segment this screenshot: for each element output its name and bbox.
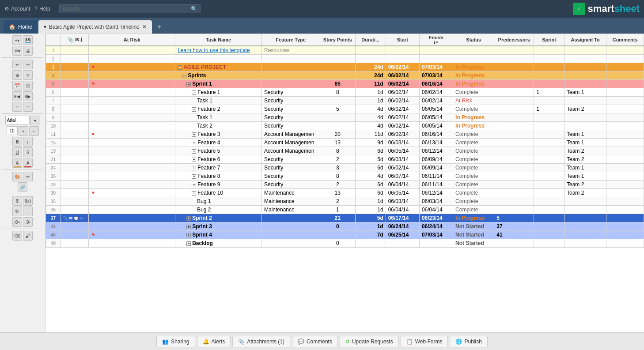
card-btn[interactable]: ⊟	[23, 81, 33, 90]
table-row[interactable]: 19+Feature 5Account Managemen86d06/05/14…	[46, 147, 644, 155]
row-task-name[interactable]: −Sprints	[175, 72, 262, 80]
save-btn[interactable]: 💾	[23, 35, 33, 45]
row-task-name[interactable]: −Feature 2	[175, 105, 262, 113]
table-row[interactable]: 35Bug 1Maintenance21d06/03/1406/03/14Com…	[46, 197, 644, 206]
currency-btn[interactable]: $	[12, 196, 22, 206]
table-row[interactable]: 5⚑−Sprint 18511d06/02/1406/16/14In Progr…	[46, 80, 644, 88]
search-input[interactable]	[62, 6, 191, 12]
collapse-icon[interactable]: −	[178, 65, 182, 70]
highlight-btn[interactable]: ✏	[23, 172, 33, 181]
table-row[interactable]: 15+Feature 4Account Managemen139d06/03/1…	[46, 139, 644, 147]
redo-btn[interactable]: ↪	[23, 60, 33, 69]
col-header-task[interactable]: Task Name	[175, 34, 262, 46]
font-size-field[interactable]: 10	[7, 126, 18, 135]
table-row[interactable]: 2	[46, 55, 644, 63]
row-task-name[interactable]: +Feature 8	[175, 172, 262, 181]
erase-btn[interactable]: ⌫	[12, 231, 22, 241]
col-header-sprint[interactable]: Sprint	[534, 34, 564, 46]
percent-btn[interactable]: %	[12, 207, 22, 216]
expand-icon[interactable]: +	[192, 183, 196, 187]
row-task-name[interactable]: +Feature 9	[175, 181, 262, 189]
font-size-down-btn[interactable]: −	[29, 126, 39, 136]
outdent-btn[interactable]: ≡▶	[23, 91, 33, 101]
col-header-start[interactable]: Start	[386, 34, 419, 46]
row-task-name[interactable]: −Sprint 1	[175, 80, 262, 88]
email-btn[interactable]: ✉▾	[12, 46, 22, 56]
undo-btn[interactable]: ↩	[12, 60, 22, 69]
search-icon[interactable]: 🔍	[191, 6, 197, 12]
col-header-comments[interactable]: Comments	[606, 34, 644, 46]
expand-icon[interactable]: +	[192, 149, 196, 154]
web-forms-button[interactable]: 📋 Web Forms	[401, 336, 448, 347]
decimal-add-btn[interactable]: .0+	[12, 217, 22, 227]
grid-view-btn[interactable]: ⊞	[12, 70, 22, 80]
row-task-name[interactable]: Task 2	[175, 122, 262, 130]
row-task-name[interactable]: Learn how to use this template	[175, 46, 262, 55]
col-header-story-points[interactable]: Story Points	[320, 34, 355, 46]
expand-icon[interactable]: +	[186, 216, 191, 221]
expand-icon[interactable]: +	[192, 166, 196, 170]
comments-button[interactable]: 💬 Comments	[292, 336, 338, 347]
font-size-up-btn[interactable]: +	[19, 126, 28, 136]
help-link[interactable]: ? Help	[34, 6, 50, 12]
text-color-btn[interactable]: A	[23, 158, 33, 168]
gantt-btn[interactable]: ≡	[23, 70, 33, 80]
collapse-icon[interactable]: −	[192, 107, 196, 112]
table-row[interactable]: 10Task 2Security4d06/02/1406/05/14In Pro…	[46, 122, 644, 130]
table-row[interactable]: 28+Feature 9Security26d06/04/1406/11/14C…	[46, 181, 644, 189]
collapse-icon[interactable]: −	[182, 74, 186, 78]
row-task-name[interactable]: +Sprint 2	[175, 214, 262, 222]
tab-add[interactable]: +	[153, 20, 166, 34]
table-row[interactable]: 1Learn how to use this templateResources	[46, 46, 644, 55]
col-header-status[interactable]: Status	[453, 34, 494, 46]
row-task-name[interactable]: +Feature 5	[175, 147, 262, 155]
row-task-name[interactable]: +Backlog	[175, 239, 262, 248]
collapse-icon[interactable]: −	[186, 82, 191, 87]
fill-color-btn[interactable]: 🎨	[12, 172, 22, 181]
collapse-icon[interactable]: −	[192, 90, 196, 95]
decimal-remove-btn[interactable]: .0-	[23, 217, 33, 227]
row-task-name[interactable]: Task 1	[175, 113, 262, 122]
attachments-button[interactable]: 📎 Attachments (1)	[232, 336, 290, 347]
table-row[interactable]: 24+Feature 7Security36d06/02/1406/09/14C…	[46, 164, 644, 172]
table-row[interactable]: 11⚑+Feature 3Account Managemen2011d06/02…	[46, 130, 644, 139]
comma-btn[interactable]: ,	[23, 207, 33, 216]
col-header-predecessors[interactable]: Predecessors	[494, 34, 534, 46]
new-btn[interactable]: +▾	[12, 35, 22, 45]
col-header-feature-type[interactable]: Feature Type	[261, 34, 320, 46]
col-header-duration[interactable]: Durati...	[355, 34, 386, 46]
alerts-button[interactable]: 🔔 Alerts	[197, 336, 231, 347]
col-header-finish[interactable]: Finish ℹ ▾	[419, 34, 453, 46]
align-left-btn[interactable]: ≡	[12, 102, 22, 112]
indent-btn[interactable]: ≡◀	[12, 91, 22, 101]
row-task-name[interactable]: +Feature 4	[175, 139, 262, 147]
table-row[interactable]: 26+Feature 8Security84d06/07/1406/11/14C…	[46, 172, 644, 181]
table-row[interactable]: 30⚑+Feature 10Maintenance136d06/05/1406/…	[46, 189, 644, 197]
table-row[interactable]: 49+Backlog0Not Started	[46, 239, 644, 248]
task-link[interactable]: Learn how to use this template	[178, 47, 250, 53]
italic-btn[interactable]: I	[23, 137, 33, 147]
row-task-name[interactable]: +Sprint 3	[175, 222, 262, 231]
expand-icon[interactable]: +	[192, 132, 196, 137]
font-dropdown-btn[interactable]: ▾	[30, 116, 40, 125]
table-row[interactable]: 21+Feature 6Security25d06/03/1406/09/14C…	[46, 155, 644, 164]
row-task-name[interactable]: +Feature 3	[175, 130, 262, 139]
align-right-btn[interactable]: ≡	[23, 102, 33, 112]
row-task-name[interactable]: −AGILE PROJECT	[175, 63, 262, 72]
row-task-name[interactable]: +Sprint 4	[175, 231, 262, 239]
tab-sheet[interactable]: ▾ Basic Agile Project with Gantt Timelin…	[38, 20, 152, 34]
table-row[interactable]: 46⚑+Sprint 47d06/25/1407/03/14Not Starte…	[46, 231, 644, 239]
table-row[interactable]: 41+Sprint 301d06/24/1406/24/14Not Starte…	[46, 222, 644, 231]
highlight-color-btn[interactable]: A	[12, 158, 22, 168]
calendar-btn[interactable]: 📅	[12, 81, 22, 90]
underline-btn[interactable]: U	[12, 147, 22, 157]
table-row[interactable]: 37📎 ✉ 💬 ⋯+Sprint 2215d06/17/1406/23/14In…	[46, 214, 644, 222]
table-row[interactable]: 6−Feature 1Security81d06/02/1406/02/14Co…	[46, 88, 644, 97]
table-row[interactable]: 36Bug 2Maintenance11d06/04/1406/04/14Com…	[46, 206, 644, 214]
row-task-name[interactable]: Bug 2	[175, 206, 262, 214]
expand-icon[interactable]: +	[192, 158, 196, 162]
expand-icon[interactable]: +	[192, 174, 196, 179]
row-task-name[interactable]: Task 1	[175, 97, 262, 105]
expand-icon[interactable]: +	[192, 141, 196, 145]
row-task-name[interactable]: +Feature 6	[175, 155, 262, 164]
